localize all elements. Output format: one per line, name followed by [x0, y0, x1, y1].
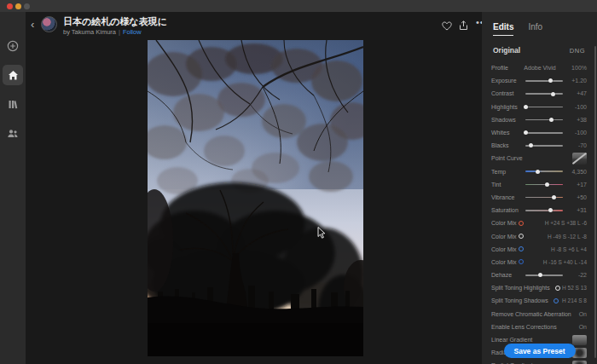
window-titlebar [0, 0, 597, 12]
sidebar-item-home[interactable] [3, 65, 23, 85]
whites-slider[interactable] [525, 130, 563, 136]
content-header: ‹ 日本の絵札の様な表現に by Takuma Kimura|Follow ••… [26, 12, 482, 40]
point-curve-thumbnail [572, 153, 587, 165]
color-mix-row-blue2[interactable]: Color Mix H -16 S +40 L -14 [491, 256, 587, 269]
back-button[interactable]: ‹ [31, 19, 34, 30]
follow-link[interactable]: Follow [123, 28, 142, 36]
learn-icon [8, 99, 19, 110]
zoom-window-button[interactable] [24, 3, 30, 9]
left-nav-rail [0, 12, 26, 364]
original-toggle[interactable]: Original [493, 46, 520, 55]
slider-row-exposure[interactable]: Exposure +1.20 [491, 74, 587, 87]
chromatic-aberration-row[interactable]: Remove Chromatic Aberration On [491, 308, 587, 321]
sidebar-item-learn[interactable] [3, 94, 23, 114]
tab-info[interactable]: Info [528, 22, 542, 36]
slider-row-temp[interactable]: Temp 4,350 [491, 165, 587, 178]
highlights-slider[interactable] [525, 103, 563, 110]
byline: by Takuma Kimura|Follow [63, 28, 142, 36]
temp-slider[interactable] [525, 168, 563, 175]
tint-slider[interactable] [525, 181, 563, 188]
slider-row-whites[interactable]: Whites -100 [491, 126, 587, 139]
color-mix-row-red[interactable]: Color Mix H +24 S +38 L -6 [491, 217, 587, 229]
share-icon [459, 19, 468, 33]
dehaze-slider[interactable] [525, 272, 563, 279]
color-mix-row-blue[interactable]: Color Mix H -8 S +6 L +4 [491, 243, 587, 256]
share-button[interactable] [459, 19, 468, 34]
saturation-slider[interactable] [525, 207, 563, 214]
tab-edits[interactable]: Edits [493, 22, 513, 36]
slider-row-blacks[interactable]: Blacks -70 [491, 139, 587, 152]
slider-row-saturation[interactable]: Saturation +31 [491, 204, 587, 217]
close-window-button[interactable] [7, 3, 13, 9]
heart-icon [442, 19, 452, 33]
slider-row-shadows[interactable]: Shadows +38 [491, 113, 587, 126]
add-photos-icon [7, 40, 19, 52]
mouse-cursor [317, 227, 326, 242]
split-toning-shadows-row[interactable]: Split Toning Shadows H 214 S 8 [491, 294, 587, 307]
edits-panel: Edits Info Original DNG Profile Adobe Vi… [482, 12, 597, 364]
shadows-slider[interactable] [525, 116, 563, 123]
contrast-slider[interactable] [525, 90, 563, 97]
profile-value: Adobe Vivid [508, 65, 571, 71]
slider-row-dehaze[interactable]: Dehaze -22 [491, 269, 587, 281]
point-curve-row[interactable]: Point Curve [491, 152, 587, 165]
photo-cherry-blossom-tree[interactable] [148, 40, 363, 356]
radial-gradient-thumbnail [572, 361, 587, 364]
minimize-window-button[interactable] [15, 3, 21, 9]
dng-badge[interactable]: DNG [570, 47, 585, 55]
lens-corrections-row[interactable]: Enable Lens Corrections On [491, 321, 587, 333]
sidebar-item-community[interactable] [3, 123, 23, 143]
linear-gradient-thumbnail [572, 335, 587, 345]
author-name[interactable]: by Takuma Kimura [63, 28, 116, 36]
author-avatar[interactable] [41, 16, 57, 32]
slider-row-contrast[interactable]: Contrast +47 [491, 87, 587, 100]
vibrance-slider[interactable] [525, 194, 563, 200]
home-icon [8, 70, 19, 81]
add-photos-button[interactable] [3, 36, 23, 56]
slider-row-highlights[interactable]: Highlights -100 [491, 101, 587, 113]
photo-canvas [26, 40, 482, 364]
radial-gradient-row-2[interactable]: Radial Gradient [491, 359, 587, 364]
profile-row[interactable]: Profile Adobe Vivid 100% [491, 61, 587, 74]
community-icon [7, 128, 19, 139]
slider-row-tint[interactable]: Tint +17 [491, 178, 587, 191]
edit-rows: Profile Adobe Vivid 100% Exposure +1.20 … [491, 61, 587, 364]
panel-scrollbar[interactable] [594, 46, 597, 358]
post-title: 日本の絵札の様な表現に [63, 15, 167, 28]
save-as-preset-button[interactable]: Save as Preset [503, 344, 575, 358]
panel-tabs: Edits Info [493, 22, 542, 36]
like-button[interactable] [442, 19, 452, 34]
panel-header: Original DNG [493, 46, 585, 55]
lightroom-app-window: ‹ 日本の絵札の様な表現に by Takuma Kimura|Follow ••… [0, 0, 597, 364]
split-toning-highlights-row[interactable]: Split Toning Highlights H 52 S 13 [491, 281, 587, 294]
blacks-slider[interactable] [525, 142, 563, 149]
color-mix-row-gray[interactable]: Color Mix H -49 S -12 L -8 [491, 229, 587, 242]
exposure-slider[interactable] [525, 78, 563, 84]
slider-row-vibrance[interactable]: Vibrance +50 [491, 191, 587, 204]
